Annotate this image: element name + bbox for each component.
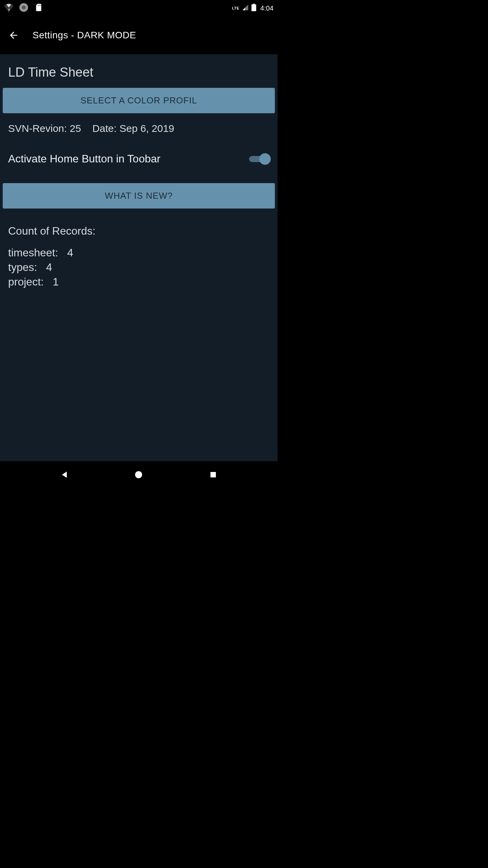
svg-point-5 bbox=[135, 471, 142, 478]
app-bar: Settings - DARK MODE bbox=[0, 16, 278, 54]
toggle-label: Activate Home Button in Toobar bbox=[8, 153, 160, 165]
nav-home-button[interactable] bbox=[130, 467, 147, 483]
svg-point-2 bbox=[22, 5, 26, 9]
whats-new-button[interactable]: WHAT IS NEW? bbox=[3, 183, 275, 209]
back-button[interactable] bbox=[5, 27, 22, 43]
lte-label: LTE bbox=[232, 6, 239, 10]
home-button-toggle-row[interactable]: Activate Home Button in Toobar bbox=[3, 142, 275, 179]
sd-card-icon bbox=[34, 3, 43, 13]
records-heading: Count of Records: bbox=[3, 209, 275, 245]
select-color-profile-button[interactable]: SELECT A COLOR PROFIL bbox=[3, 88, 275, 113]
records-list: timesheet: 4 types: 4 project: 1 bbox=[3, 245, 275, 290]
section-title: LD Time Sheet bbox=[3, 62, 275, 88]
status-left: ? bbox=[4, 3, 43, 14]
switch-thumb bbox=[259, 153, 271, 165]
circle-target-icon bbox=[19, 3, 28, 14]
svg-rect-4 bbox=[251, 4, 256, 11]
svg-text:?: ? bbox=[7, 8, 10, 12]
wifi-icon: ? bbox=[4, 3, 14, 14]
status-time: 4:04 bbox=[260, 4, 273, 12]
android-nav-bar bbox=[0, 461, 278, 488]
signal-icon bbox=[242, 4, 249, 12]
status-bar: ? LTE 4:04 bbox=[0, 0, 278, 16]
app-bar-title: Settings - DARK MODE bbox=[33, 30, 136, 41]
battery-icon bbox=[251, 4, 256, 13]
nav-recent-button[interactable] bbox=[205, 467, 221, 483]
nav-back-button[interactable] bbox=[56, 467, 73, 483]
svn-date-info: SVN-Revion: 25 Date: Sep 6, 2019 bbox=[3, 113, 275, 142]
content-area: LD Time Sheet SELECT A COLOR PROFIL SVN-… bbox=[0, 54, 278, 461]
status-right: LTE 4:04 bbox=[232, 4, 273, 13]
toggle-switch[interactable] bbox=[249, 152, 269, 165]
svg-rect-6 bbox=[210, 472, 216, 477]
